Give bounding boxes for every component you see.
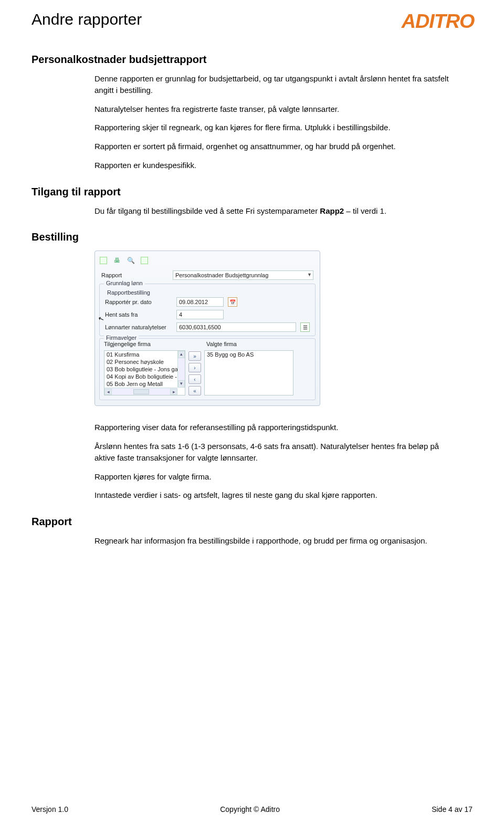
hent-sats-input[interactable]: 4: [176, 310, 224, 319]
calendar-icon[interactable]: 📅: [228, 297, 237, 307]
lonnarter-label: Lønnarter naturalytelser: [105, 324, 173, 330]
scroll-up-icon[interactable]: ▴: [178, 351, 185, 358]
list-item[interactable]: 35 Bygg og Bo AS: [205, 351, 293, 358]
document-header-title: Andre rapporter: [32, 11, 142, 28]
footer-copyright: Copyright © Aditro: [220, 805, 280, 813]
search-icon[interactable]: 🔍: [127, 256, 135, 265]
list-item[interactable]: 02 Personec høyskole: [104, 358, 185, 366]
rapport-label: Rapport: [101, 272, 170, 278]
footer-page-number: Side 4 av 17: [432, 805, 472, 813]
chevron-down-icon: ▼: [307, 272, 312, 277]
input-value: 6030,6031,6500: [179, 324, 221, 330]
firmavelger-group: Firmavelger Tilgjengelige firma Valgte f…: [99, 338, 316, 400]
rapport-combo[interactable]: Personalkostnader Budsjettgrunnlag ▼: [173, 270, 313, 280]
page-footer: Versjon 1.0 Copyright © Aditro Side 4 av…: [32, 805, 472, 813]
list-item[interactable]: 05 Bob Jern og Metall: [104, 380, 185, 388]
paragraph: Rapportering skjer til regneark, og kan …: [94, 122, 452, 133]
text-span: – til verdi 1.: [344, 206, 386, 215]
section-bestilling-title: Bestilling: [32, 231, 472, 243]
selected-header: Valgte firma: [206, 341, 237, 347]
move-all-right-button[interactable]: »: [188, 351, 201, 361]
available-firma-listbox[interactable]: 01 Kursfirma 02 Personec høyskole 03 Bob…: [104, 350, 185, 395]
hent-sats-label: Hent sats fra: [105, 311, 173, 318]
toolbar-icon[interactable]: [99, 256, 108, 265]
dato-label: Rapportér pr. dato: [105, 299, 173, 305]
horizontal-scrollbar[interactable]: ◂ ▸: [104, 388, 177, 395]
paragraph: Rapporten kjøres for valgte firma.: [94, 471, 452, 483]
paragraph: Regneark har informasjon fra bestillings…: [94, 535, 452, 547]
paragraph: Rapporten er sortert på firmaid, orgenhe…: [94, 141, 452, 152]
section-personalkostnader-title: Personalkostnader budsjettrapport: [32, 54, 472, 66]
text-bold: Rapp2: [320, 206, 344, 215]
list-item[interactable]: 03 Bob boligutleie - Jons ga: [104, 366, 185, 373]
paragraph: Rapportering viser data for referansesti…: [94, 422, 452, 433]
scroll-left-icon[interactable]: ◂: [104, 389, 112, 395]
footer-version: Versjon 1.0: [32, 805, 68, 813]
scroll-down-icon[interactable]: ▾: [178, 380, 185, 388]
paragraph: Årslønn hentes fra sats 1-6 (1-3 persons…: [94, 441, 452, 464]
group-legend: Grunnlag lønn: [104, 280, 145, 286]
paragraph: Naturalytelser hentes fra registrerte fa…: [94, 103, 452, 115]
available-header: Tilgjengelige firma: [104, 341, 191, 347]
paragraph: Denne rapporten er grunnlag for budsjett…: [94, 73, 452, 96]
move-right-button[interactable]: ›: [188, 363, 201, 372]
input-value: 09.08.2012: [179, 299, 208, 305]
move-buttons: » › ‹ «: [188, 351, 201, 395]
text-span: Du får tilgang til bestillingsbilde ved …: [94, 206, 320, 215]
paragraph: Rapporten er kundespesifikk.: [94, 160, 452, 171]
print-icon[interactable]: 🖶: [113, 256, 121, 265]
selected-firma-listbox[interactable]: 35 Bygg og Bo AS: [204, 350, 293, 395]
section-tilgang-title: Tilgang til rapport: [32, 186, 472, 198]
section-rapport-title: Rapport: [32, 516, 472, 528]
toolbar: 🖶 🔍: [98, 254, 317, 269]
scroll-right-icon[interactable]: ▸: [170, 389, 177, 395]
combo-value: Personalkostnader Budsjettgrunnlag: [175, 272, 268, 278]
move-all-left-button[interactable]: «: [188, 386, 201, 395]
list-item[interactable]: 01 Kursfirma: [104, 351, 185, 358]
grunnlag-lonn-group: Grunnlag lønn Rapportbestilling Rapporté…: [99, 284, 316, 336]
app-screenshot: 🖶 🔍 Rapport Personalkostnader Budsjettgr…: [94, 251, 320, 406]
list-item[interactable]: 04 Kopi av Bob boligutleie -: [104, 373, 185, 380]
input-value: 4: [179, 311, 182, 318]
lonnarter-input[interactable]: 6030,6031,6500: [176, 322, 296, 332]
paragraph: Du får tilgang til bestillingsbilde ved …: [94, 205, 452, 217]
toolbar-icon[interactable]: [140, 256, 149, 265]
group-legend: Firmavelger: [104, 335, 139, 341]
vertical-scrollbar[interactable]: ▴ ▾: [177, 351, 185, 388]
paragraph: Inntastede verdier i sats- og artsfelt, …: [94, 489, 452, 501]
scroll-thumb[interactable]: [133, 389, 149, 394]
dato-input[interactable]: 09.08.2012: [176, 297, 224, 307]
aditro-logo: ADITRO: [402, 11, 475, 33]
move-left-button[interactable]: ‹: [188, 374, 201, 384]
lookup-icon[interactable]: ☰: [300, 322, 310, 332]
sub-legend: Rapportbestilling: [102, 289, 313, 296]
